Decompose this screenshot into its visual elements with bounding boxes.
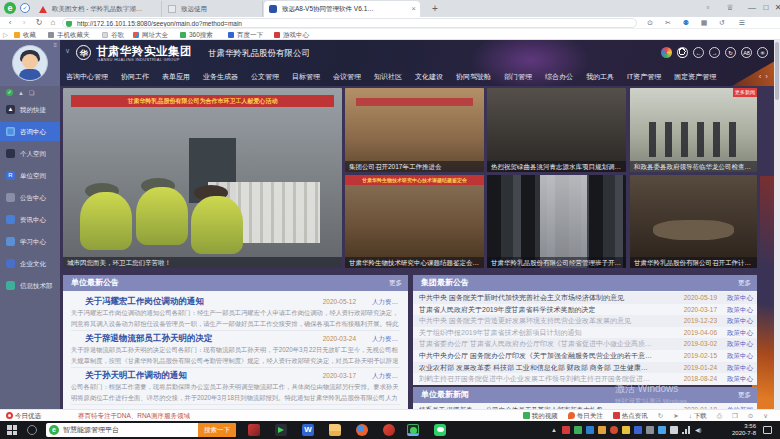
announcement-dept[interactable]: 人力资…	[372, 298, 398, 307]
news-photo-server-room[interactable]: 甘肃华羚乳品股份有限公司经营管理班子开展…	[487, 175, 626, 268]
announcement-title[interactable]: 关于冯耀宏工作岗位调动的通知	[85, 296, 204, 308]
news-photo-charity-event[interactable]: 甘肃华羚乳品股份有限公司为合作市环卫工人献爱心活动 城市因您而美，环卫工您们辛苦…	[63, 88, 342, 268]
nav-item-info-center[interactable]: 咨询中心管理	[66, 68, 108, 86]
nav-item-collaboration[interactable]: 协同工作	[121, 68, 149, 86]
more-link[interactable]: 更多	[738, 275, 751, 291]
sidebar-item-news-center[interactable]: 资讯中心	[0, 210, 60, 229]
action-center-icon[interactable]	[763, 426, 772, 434]
forward-icon[interactable]: ›	[18, 17, 30, 29]
row-source[interactable]: 政策中心	[727, 304, 753, 316]
printer-icon[interactable]: ⎙	[717, 410, 722, 421]
row-title[interactable]: 中共中央 国务院关于营造更好发展环境支持民营企业改革发展的意见	[419, 315, 654, 327]
browser-logo-icon[interactable]: e	[4, 2, 16, 14]
row-title[interactable]: 甘肃省人民政府关于2019年度甘肃省科学技术奖励的决定	[419, 304, 654, 316]
nav-scroll-arrows[interactable]: ‹›	[759, 68, 772, 86]
sidebar-item-learning-center[interactable]: 学习中心	[0, 232, 60, 251]
reload-icon[interactable]: ↻	[33, 17, 45, 29]
page-scrollbar[interactable]	[774, 40, 780, 409]
nav-item-fixed-assets[interactable]: 固定资产管理	[674, 68, 716, 86]
nav-item-office[interactable]: 综合办公	[545, 68, 573, 86]
announcement-title[interactable]: 关于辞退物流部员工孙天明的决定	[85, 333, 213, 345]
row-source[interactable]: 政策中心	[727, 362, 753, 374]
row-source[interactable]: 政策中心	[727, 373, 753, 385]
taskbar-app-tool[interactable]	[383, 424, 395, 436]
menu-icon[interactable]: ☰	[736, 18, 748, 28]
search-button[interactable]: 搜索一下	[198, 423, 236, 437]
bookmark-favorites[interactable]: 收藏	[14, 29, 36, 40]
tray-app-icon[interactable]	[634, 426, 642, 434]
bookmarks-expand-icon[interactable]: ▷	[3, 29, 8, 40]
row-source[interactable]: 政策中心	[727, 315, 753, 327]
nav-forward-icon[interactable]: →	[709, 47, 720, 58]
tab-close-icon[interactable]: ×	[411, 1, 416, 17]
avatar[interactable]	[12, 45, 48, 81]
row-title[interactable]: 甘肃省委办公厅 甘肃省人民政府办公厅印发《甘肃省促进中小微企业高质量发展若干措施…	[419, 338, 654, 350]
row-source[interactable]: 政策中心	[727, 327, 753, 339]
new-tab-button[interactable]: +	[428, 2, 442, 15]
news-photo-appraisal-meeting[interactable]: 甘肃华羚生物技术研究中心技术课题结题鉴定会 甘肃华羚生物技术研究中心课题结题鉴定…	[345, 175, 484, 268]
taskbar-app-firefox[interactable]	[356, 424, 368, 436]
taskbar-clock[interactable]: 3:56 2020-7-8	[732, 423, 756, 437]
taskbar-app-wechat[interactable]	[434, 424, 446, 436]
more-link[interactable]: 更多	[389, 275, 402, 291]
tray-app-icon[interactable]	[622, 426, 630, 434]
home-icon[interactable]: ⌂	[47, 17, 59, 29]
back-icon[interactable]: ‹	[4, 17, 16, 29]
taskbar-app-360-browser[interactable]	[407, 424, 419, 436]
nav-item-forms[interactable]: 表单应用	[162, 68, 190, 86]
network-icon[interactable]	[682, 426, 691, 434]
download-button[interactable]: ↓ 下载	[689, 410, 707, 421]
sidebar-item-info-center[interactable]: 咨询中心	[0, 122, 60, 141]
hot-news-link[interactable]: 热点资讯	[613, 410, 648, 421]
online-status-icon[interactable]: ✓	[6, 89, 13, 96]
row-title[interactable]: 农业农村部 发展改革委 科技部 工业和信息化部 财政部 商务部 卫生健康委 市场…	[419, 362, 654, 374]
nav-item-culture[interactable]: 文化建设	[415, 68, 443, 86]
taskbar-app-wps[interactable]: W	[302, 424, 314, 436]
nav-item-builder[interactable]: 业务生成器	[203, 68, 238, 86]
today-pick[interactable]: 今日优选	[6, 410, 41, 421]
nav-item-cockpit[interactable]: 协同驾驶舱	[456, 68, 491, 86]
tray-display-icon[interactable]	[670, 426, 678, 434]
start-button[interactable]	[7, 425, 17, 435]
daily-follow-link[interactable]: 每日关注	[568, 410, 603, 421]
account-sync-icon[interactable]: ✓	[20, 3, 30, 13]
announcement-title[interactable]: 关于孙天明工作调动的通知	[85, 370, 187, 382]
extensions-grid-icon[interactable]: ▦	[698, 18, 710, 28]
promo-link[interactable]: 赛百特专注于DNA、RNA测序服务领域	[78, 410, 190, 421]
tray-app-icon[interactable]	[598, 426, 606, 434]
portal-search-icon[interactable]	[677, 47, 688, 58]
cortana-icon[interactable]	[27, 425, 37, 435]
user-avatar-block[interactable]: ≡	[0, 40, 60, 86]
mini-window-icon[interactable]: ▫	[700, 2, 716, 14]
bookmark-mobile[interactable]: 手机收藏夹	[48, 29, 90, 40]
my-video-link[interactable]: 我的视频	[523, 410, 558, 421]
nav-item-tools[interactable]: 我的工具	[586, 68, 614, 86]
taskbar-app-video-player[interactable]	[275, 424, 287, 436]
tray-app-icon[interactable]	[610, 426, 618, 434]
browser-tab-seeyon-active[interactable]: 致远A8-V5协同管理软件 V6.1… ×	[264, 1, 420, 17]
more-link[interactable]: 更多	[738, 387, 751, 403]
search-input[interactable]: 智慧能源管理平台	[63, 423, 119, 437]
nav-item-meetings[interactable]: 会议管理	[333, 68, 361, 86]
sidebar-item-it-dept[interactable]: 信息技术部	[0, 276, 60, 295]
taskbar-app-red[interactable]	[248, 424, 260, 436]
volume-icon[interactable]: ◀)	[695, 426, 702, 434]
browser-skin-icon[interactable]: ♕	[722, 2, 738, 14]
sidebar-item-personal-space[interactable]: 个人空间	[0, 144, 60, 163]
tray-app-icon[interactable]	[574, 426, 582, 434]
sidebar-item-unit-space[interactable]: R单位空间	[0, 166, 60, 185]
row-title[interactable]: 中共中央办公厅 国务院办公厅印发《关于加强金融服务民营企业的若干意见》	[419, 350, 654, 362]
row-source[interactable]: 政策中心	[727, 338, 753, 350]
nav-item-documents[interactable]: 公文管理	[251, 68, 279, 86]
tray-app-icon[interactable]	[562, 426, 570, 434]
taskbar-app-explorer[interactable]	[329, 424, 341, 436]
window-split-icon[interactable]: ❐	[732, 410, 738, 421]
chevron-down-icon[interactable]: ∨	[65, 47, 70, 55]
refresh-icon[interactable]: ↻	[725, 47, 736, 58]
announcement-dept[interactable]: 人力资…	[372, 335, 398, 344]
news-photo-leaders-inspection[interactable]: 和政县委县政府领导莅临华龙公司检查环保工作	[630, 88, 757, 172]
bookmark-google[interactable]: 谷歌	[102, 29, 124, 40]
row-source[interactable]: 政策中心	[727, 292, 753, 304]
bookmark-sites[interactable]: 网址大全	[133, 29, 168, 40]
bookmark-baidu[interactable]: 百度一下	[228, 29, 263, 40]
